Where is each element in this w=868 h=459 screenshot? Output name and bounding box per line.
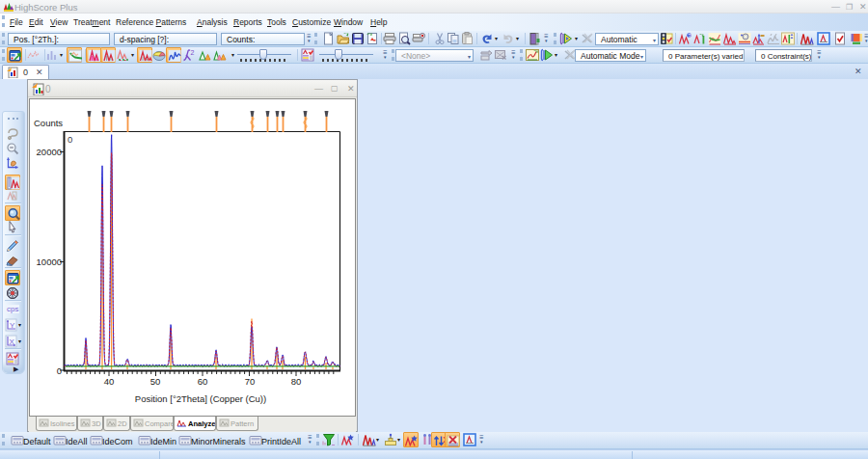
svg-text:Y: Y [10,321,15,330]
svg-text:40: 40 [104,376,115,387]
svg-text:0: 0 [68,134,72,145]
svg-text:50: 50 [150,376,161,387]
svg-text:2: 2 [191,49,195,56]
svg-text:0: 0 [57,365,62,376]
svg-text:70: 70 [245,376,256,387]
svg-text:60: 60 [198,376,208,387]
svg-text:X: X [10,338,15,346]
svg-text:10000: 10000 [37,256,62,267]
svg-text:Position [°2Theta] (Copper (Cu: Position [°2Theta] (Copper (Cu)) [135,393,266,404]
svg-text:80: 80 [291,376,302,387]
svg-text:Counts: Counts [34,118,63,128]
svg-text:20000: 20000 [37,147,62,157]
